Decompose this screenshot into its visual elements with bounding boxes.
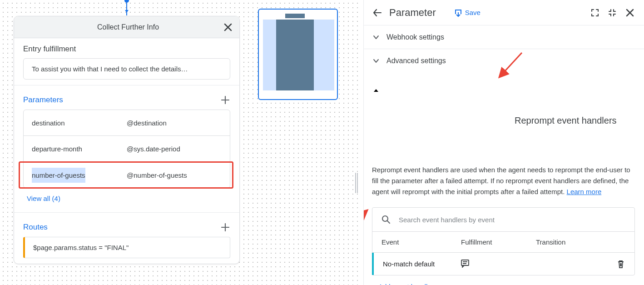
handler-search-row — [372, 208, 634, 232]
parameter-name: number-of-guests — [32, 168, 85, 183]
view-all-parameters-link[interactable]: View all (4) — [23, 188, 64, 207]
parameter-row[interactable]: destination @destination — [24, 110, 230, 136]
save-button[interactable]: Save — [454, 9, 481, 17]
route-condition[interactable]: $page.params.status = "FINAL" — [23, 237, 230, 258]
delete-icon[interactable] — [616, 260, 625, 269]
svg-rect-1 — [461, 260, 469, 265]
parameter-type: @destination — [127, 119, 222, 127]
search-icon — [381, 215, 391, 224]
handler-header-row: Event Fulfillment Transition — [372, 232, 634, 253]
parameters-title[interactable]: Parameters — [23, 95, 63, 105]
chevron-down-icon — [372, 33, 380, 41]
close-button[interactable] — [625, 8, 635, 18]
parameter-name: destination — [32, 119, 65, 127]
entry-fulfillment-message[interactable]: To assist you with that I need to collec… — [23, 58, 230, 80]
parameter-side-panel: Parameter Save Webhook settings Advanced… — [363, 0, 644, 285]
routes-section: Routes $page.params.status = "FINAL" — [14, 212, 239, 264]
minimap-node-bar — [285, 14, 305, 18]
parameter-name: departure-month — [32, 145, 82, 153]
builder-canvas[interactable]: Collect Further Info Entry fulfillment T… — [0, 0, 359, 285]
event-handler-list: Event Fulfillment Transition No-match de… — [372, 207, 635, 275]
close-icon — [625, 8, 635, 18]
annotation-arrow-2 — [364, 208, 371, 231]
reprompt-description: Reprompt event handlers are used when th… — [372, 165, 635, 197]
routes-title[interactable]: Routes — [23, 223, 48, 232]
webhook-settings-label: Webhook settings — [386, 33, 444, 41]
fullscreen-button[interactable] — [590, 8, 599, 17]
advanced-settings-label: Advanced settings — [386, 57, 446, 65]
save-icon — [454, 9, 462, 17]
reprompt-section: Reprompt event handlers Reprompt event h… — [364, 73, 644, 285]
collapse-button[interactable] — [608, 8, 617, 17]
parameter-list: destination @destination departure-month… — [23, 110, 230, 188]
flow-connector — [126, 0, 127, 15]
parameter-type: @sys.date-period — [127, 145, 222, 153]
add-event-handler-link[interactable]: Add event handler — [372, 282, 440, 285]
handler-fulfillment — [461, 259, 535, 269]
parameters-section: Parameters destination @destination depa… — [14, 85, 239, 212]
parameter-row[interactable]: departure-month @sys.date-period — [24, 136, 230, 162]
add-parameter-icon[interactable] — [220, 95, 230, 105]
column-event: Event — [381, 238, 461, 246]
minimap-node — [276, 20, 314, 90]
panel-resize-handle[interactable] — [355, 173, 358, 193]
chevron-down-icon — [372, 57, 380, 65]
reprompt-title: Reprompt event handlers — [515, 115, 617, 126]
side-panel-header: Parameter Save — [364, 0, 644, 25]
back-icon[interactable] — [372, 7, 383, 18]
page-card: Collect Further Info Entry fulfillment T… — [14, 16, 240, 264]
close-icon[interactable] — [223, 22, 233, 32]
parameter-type: @number-of-guests — [127, 171, 222, 179]
fullscreen-icon — [590, 8, 599, 17]
save-label: Save — [465, 9, 481, 16]
advanced-settings-row[interactable]: Advanced settings — [364, 49, 644, 73]
webhook-settings-row[interactable]: Webhook settings — [364, 25, 644, 49]
entry-fulfillment-title: Entry fulfillment — [23, 45, 230, 54]
handler-row[interactable]: No-match default — [372, 253, 634, 275]
entry-fulfillment-section: Entry fulfillment To assist you with tha… — [14, 38, 239, 85]
side-panel-body: Webhook settings Advanced settings Repro… — [364, 25, 644, 285]
handler-event: No-match default — [383, 260, 461, 268]
handler-search-input[interactable] — [399, 216, 625, 224]
column-transition: Transition — [536, 238, 625, 246]
side-panel-title: Parameter — [389, 7, 436, 19]
page-card-title: Collect Further Info — [33, 23, 223, 31]
minimap[interactable] — [258, 9, 338, 100]
add-route-icon[interactable] — [220, 222, 230, 232]
svg-point-0 — [382, 216, 388, 221]
message-icon — [461, 259, 470, 268]
reprompt-header[interactable]: Reprompt event handlers — [372, 86, 635, 155]
learn-more-link[interactable]: Learn more — [567, 188, 602, 195]
collapse-icon — [608, 8, 617, 17]
parameter-row-selected[interactable]: number-of-guests @number-of-guests — [19, 161, 233, 189]
chevron-up-icon — [372, 86, 508, 155]
column-fulfillment: Fulfillment — [461, 238, 536, 246]
page-card-header: Collect Further Info — [14, 16, 239, 38]
